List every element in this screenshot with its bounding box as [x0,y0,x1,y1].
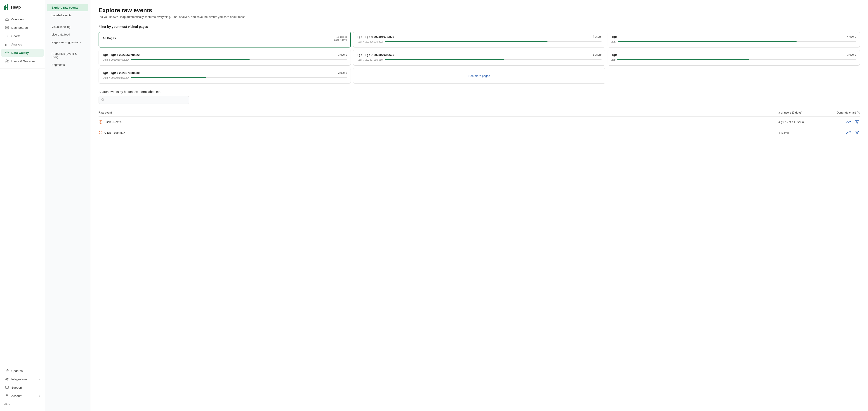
tgif-1-name: Tgif [612,35,617,39]
sidebar-item-account[interactable]: Account › [1,392,43,400]
trend-chart-btn-1[interactable] [845,119,852,125]
search-input[interactable] [98,96,189,104]
sub-sidebar-label-properties: Properties (event & user) [52,52,84,59]
tgif-1-bar-fill [618,41,797,42]
click-event-icon-2 [98,130,103,135]
trend-chart-btn-2[interactable] [845,130,852,135]
tgif7-2-bar-fill [131,77,206,78]
tgif7-1-url: ...tgif-7-20230703t0630/ [357,58,383,61]
tgif-2-url: /tgif [612,58,616,61]
svg-line-26 [103,100,104,101]
svg-point-14 [5,53,6,53]
analyze-icon [5,42,9,47]
table-row: Click - Submit > 4 (36%) [98,127,860,138]
svg-rect-5 [7,26,8,27]
sidebar-item-integrations[interactable]: Integrations › [1,375,43,383]
search-wrapper [98,96,860,104]
click-event-icon-1 [98,120,103,124]
sub-sidebar-item-live-data-feed[interactable]: Live data feed [47,31,88,38]
sidebar-label-charts: Charts [11,34,20,38]
sub-sidebar-label-labeled-events: Labeled events [52,13,71,17]
col-chart: Generate chart i [824,111,860,114]
page-card-tgif-2[interactable]: Tgif 3 users /tgif [608,50,860,66]
tgif-1-bar-row: /tgif/ [612,40,856,43]
sub-sidebar-item-pageview-suggestions[interactable]: Pageview suggestions [47,38,88,46]
svg-rect-10 [8,43,8,46]
tgif4-1-bar-track [385,41,601,42]
sub-sidebar-item-explore-raw-events[interactable]: Explore raw events [47,4,88,11]
svg-point-19 [7,378,8,379]
sidebar-label-analyze: Analyze [11,43,22,46]
page-card-tgif7-1[interactable]: Tgif - Tgif 7 20230703t0630 3 users ...t… [353,50,605,66]
sidebar-label-updates: Updates [11,369,23,373]
svg-rect-3 [4,7,8,8]
sub-sidebar-label-segments: Segments [52,63,65,66]
sidebar-divider [0,68,45,69]
account-arrow-icon: › [39,394,40,397]
sidebar-item-charts[interactable]: Charts [1,32,43,40]
tgif7-1-bar-fill [385,59,504,60]
svg-rect-2 [7,4,8,10]
sidebar-label-integrations: Integrations [11,378,27,381]
all-pages-name: All Pages [103,36,116,40]
info-icon[interactable]: i [857,111,860,114]
sub-sidebar-item-labeled-events[interactable]: Labeled events [47,11,88,19]
users-cell-1: 4 (36% of all users) [778,120,824,124]
sub-sidebar-item-properties[interactable]: Properties (event & user) [47,50,88,61]
tgif4-2-bar-row: ...tgif-4-20230607t0822/ [102,58,347,61]
page-card-all-pages[interactable]: All Pages 11 users Last 7 days [98,32,351,48]
sidebar-item-support[interactable]: Support [1,383,43,391]
sub-sidebar-item-segments[interactable]: Segments [47,61,88,68]
page-subtitle: Did you know? Heap automatically capture… [98,15,860,19]
page-card-tgif4-1[interactable]: Tgif - Tgif 4 20230607t0822 4 users ...t… [353,32,605,48]
main-content: Explore raw events Did you know? Heap au… [90,0,868,411]
svg-rect-6 [5,28,7,29]
event-cell-2: Click - Submit > [98,130,778,135]
sidebar-section-label: Main [0,401,45,407]
sub-sidebar: Explore raw events Labeled events Visual… [45,0,90,411]
tgif7-1-bar-row: ...tgif-7-20230703t0630/ [357,58,601,61]
all-pages-users: 11 users [334,35,347,38]
tgif4-1-name: Tgif - Tgif 4 20230607t0822 [357,35,394,39]
see-more-pages-button[interactable]: See more pages [353,68,605,84]
sidebar-label-data-galaxy: Data Galaxy [11,51,29,55]
funnel-chart-btn-1[interactable] [855,119,860,125]
see-more-label: See more pages [468,74,490,78]
tgif7-2-name: Tgif - Tgif 7 20230703t0630 [102,71,140,75]
sidebar-item-updates[interactable]: Updates [1,367,43,375]
svg-rect-23 [5,386,8,388]
sidebar-item-data-galaxy[interactable]: Data Galaxy [1,49,43,57]
funnel-chart-btn-2[interactable] [855,130,860,135]
page-card-tgif4-2[interactable]: Tgif - Tgif 4 20230607t0822 3 users ...t… [98,50,351,66]
sidebar-item-dashboards[interactable]: Dashboards [1,24,43,32]
tgif-2-name: Tgif [612,53,617,57]
pages-grid: All Pages 11 users Last 7 days Tgif - Tg… [98,32,860,84]
all-pages-last7: Last 7 days [334,38,347,41]
sidebar-item-users-sessions[interactable]: Users & Sessions [1,57,43,65]
sidebar-item-overview[interactable]: Overview [1,15,43,23]
home-icon [5,17,9,21]
search-label: Search events by button text, form label… [98,90,860,94]
users-icon [5,59,9,63]
tgif-2-users: 3 users [847,53,856,56]
page-card-tgif7-2[interactable]: Tgif - Tgif 7 20230703t0630 2 users ...t… [98,68,351,84]
logo-text: Heap [11,5,21,10]
support-icon [5,385,9,389]
page-card-tgif-1[interactable]: Tgif 4 users /tgif/ [608,32,860,48]
sidebar-item-analyze[interactable]: Analyze [1,40,43,49]
tgif4-2-bar-fill [131,59,250,60]
tgif-1-users: 4 users [847,35,856,38]
sub-sidebar-item-visual-labeling[interactable]: Visual labeling [47,23,88,31]
sidebar-label-dashboards: Dashboards [11,26,28,29]
col-raw-event: Raw event [98,111,778,114]
search-icon [101,98,104,102]
tgif4-1-bar-row: ...tgif-4-20230607t0822/ [357,40,601,43]
logo-area: Heap [0,0,45,14]
tgif4-2-url: ...tgif-4-20230607t0822/ [102,58,129,61]
logo-icon [4,4,9,10]
sub-sidebar-label-explore-raw-events: Explore raw events [52,6,79,9]
tgif-2-bar-track [617,59,856,60]
tgif7-2-bar-row: ...tgif-7-20230703t0630/ [102,76,347,79]
chart-actions-1 [824,119,860,125]
col-users: # of users (7 days) [778,111,824,114]
